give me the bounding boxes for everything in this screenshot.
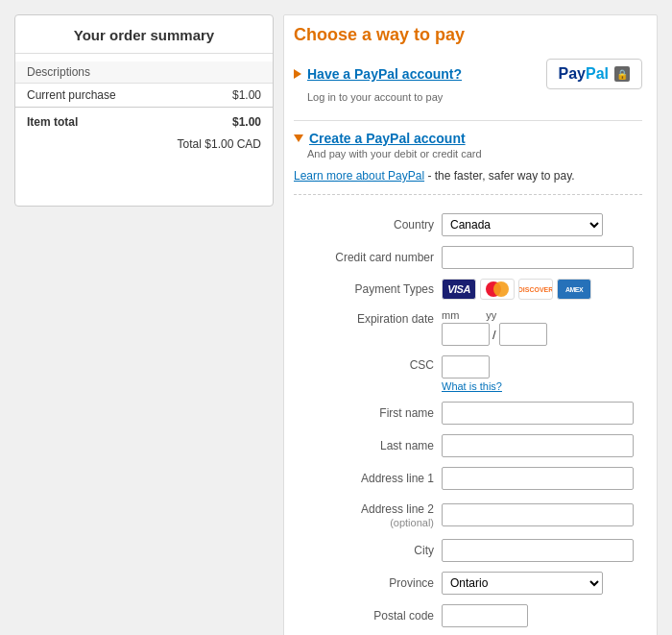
main-title: Choose a way to pay — [294, 25, 642, 45]
city-row: City — [294, 534, 642, 567]
item-total-amount: $1.00 — [191, 108, 273, 134]
first-name-row: First name — [294, 397, 642, 429]
last-name-cell — [438, 429, 642, 462]
learn-more-link[interactable]: Learn more about PayPal — [294, 169, 424, 183]
address2-label: Address line 2 (optional) — [294, 495, 438, 534]
payment-form: Country Canada United States Credit card… — [294, 208, 642, 635]
descriptions-header: Descriptions — [15, 61, 191, 84]
city-cell — [438, 534, 642, 567]
svg-point-1 — [493, 281, 509, 297]
what-is-this-link[interactable]: What is this? — [442, 380, 638, 392]
postal-label: Postal code — [294, 599, 438, 632]
expiry-mm-input[interactable] — [442, 323, 490, 346]
discover-icon: DISCOVER — [518, 279, 553, 300]
csc-group: What is this? — [442, 355, 638, 392]
province-row: Province Ontario British Columbia Albert… — [294, 567, 642, 599]
csc-cell: What is this? — [438, 351, 642, 397]
item-total-label: Item total — [15, 108, 191, 134]
address1-input[interactable] — [442, 467, 634, 490]
cc-number-row: Credit card number — [294, 241, 642, 274]
paypal-logo-box: PayPal 🔒 — [546, 59, 642, 89]
postal-row: Postal code — [294, 599, 642, 632]
last-name-row: Last name — [294, 429, 642, 462]
mm-label: mm — [442, 309, 459, 321]
address2-row: Address line 2 (optional) — [294, 495, 642, 534]
grand-total-row: Total $1.00 CAD — [15, 134, 273, 156]
city-input[interactable] — [442, 539, 634, 562]
expiry-label: Expiration date — [294, 305, 438, 351]
expiry-row: Expiration date mm yy / — [294, 305, 642, 351]
expiry-inputs: / — [442, 323, 638, 346]
paypal-logo-text: PayPal — [559, 65, 609, 83]
city-label: City — [294, 534, 438, 567]
payment-types-label: Payment Types — [294, 274, 438, 305]
yy-label: yy — [486, 309, 496, 321]
cc-number-cell — [438, 241, 642, 274]
address2-label-text: Address line 2 — [361, 502, 434, 516]
first-name-input[interactable] — [442, 402, 634, 425]
create-account-header: Create a PayPal account — [294, 131, 642, 146]
address1-cell — [438, 462, 642, 495]
payment-types-cell: VISA DISCOVER AMEX — [438, 274, 642, 305]
csc-label: CSC — [294, 351, 438, 397]
arrow-right-icon — [294, 69, 301, 79]
arrow-down-icon — [294, 134, 303, 142]
paypal-account-toggle[interactable]: Have a PayPal account? — [294, 66, 462, 82]
country-label: Country — [294, 208, 438, 241]
address1-row: Address line 1 — [294, 462, 642, 495]
paypal-account-section: Have a PayPal account? PayPal 🔒 Log in t… — [294, 59, 642, 121]
paypal-account-sub: Log in to your account to pay — [307, 91, 642, 103]
card-icons-group: VISA DISCOVER AMEX — [442, 279, 638, 300]
csc-input[interactable] — [442, 355, 490, 379]
postal-cell — [438, 599, 642, 632]
address2-input[interactable] — [442, 503, 634, 526]
amount-header — [191, 61, 273, 84]
payment-panel: Choose a way to pay Have a PayPal accoun… — [283, 14, 658, 635]
province-label: Province — [294, 567, 438, 599]
amex-icon: AMEX — [557, 279, 591, 300]
order-summary-title: Your order summary — [15, 15, 273, 54]
last-name-input[interactable] — [442, 434, 634, 457]
grand-total-value: Total $1.00 CAD — [15, 134, 273, 156]
province-cell: Ontario British Columbia Alberta Quebec — [438, 567, 642, 599]
first-name-label: First name — [294, 397, 438, 429]
create-account-link[interactable]: Create a PayPal account — [309, 131, 466, 146]
mastercard-icon — [480, 279, 515, 300]
paypal-account-header: Have a PayPal account? PayPal 🔒 — [294, 59, 642, 89]
expiry-slash: / — [490, 328, 499, 342]
address2-optional: (optional) — [390, 517, 434, 528]
postal-input[interactable] — [442, 604, 528, 627]
country-row: Country Canada United States — [294, 208, 642, 241]
cc-number-label: Credit card number — [294, 241, 438, 274]
country-cell: Canada United States — [438, 208, 642, 241]
create-account-sub: And pay with your debit or credit card — [307, 148, 642, 159]
address1-label: Address line 1 — [294, 462, 438, 495]
current-purchase-amount: $1.00 — [191, 84, 273, 108]
order-row: Current purchase $1.00 — [15, 84, 273, 108]
expiry-yy-input[interactable] — [499, 323, 547, 346]
csc-row: CSC What is this? — [294, 351, 642, 397]
paypal-account-link[interactable]: Have a PayPal account? — [307, 66, 462, 82]
order-table: Descriptions Current purchase $1.00 Item… — [15, 61, 273, 156]
payment-types-row: Payment Types VISA DISCOVER — [294, 274, 642, 305]
visa-icon: VISA — [442, 279, 476, 300]
address2-cell — [438, 495, 642, 534]
lock-icon: 🔒 — [614, 66, 630, 82]
first-name-cell — [438, 397, 642, 429]
country-select[interactable]: Canada United States — [442, 213, 603, 236]
cc-number-input[interactable] — [442, 246, 634, 269]
item-total-row: Item total $1.00 — [15, 108, 273, 134]
learn-more-row: Learn more about PayPal - the faster, sa… — [294, 169, 642, 195]
expiry-cell: mm yy / — [438, 305, 642, 351]
learn-more-suffix: - the faster, safer way to pay. — [427, 169, 574, 183]
province-select[interactable]: Ontario British Columbia Alberta Quebec — [442, 572, 603, 595]
create-account-section: Create a PayPal account And pay with you… — [294, 121, 642, 635]
mastercard-svg — [481, 280, 514, 299]
current-purchase-label: Current purchase — [15, 84, 191, 108]
order-summary-panel: Your order summary Descriptions Current … — [14, 14, 274, 207]
last-name-label: Last name — [294, 429, 438, 462]
expiry-label-row: mm yy — [442, 309, 638, 321]
